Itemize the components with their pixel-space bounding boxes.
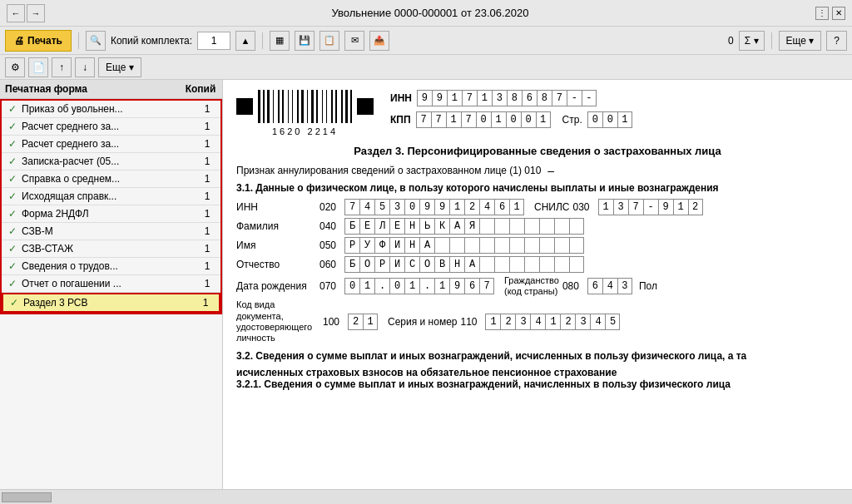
email-icon-button[interactable]: ✉ [344, 31, 364, 51]
family-code: 040 [320, 220, 344, 232]
panel-header: Печатная форма Копий [0, 80, 222, 99]
save2-icon-button[interactable]: 📋 [320, 31, 339, 51]
scrollbar-thumb[interactable] [2, 492, 52, 502]
copies-up-button[interactable]: ▲ [235, 31, 255, 51]
list-item[interactable]: ✓Сведения о трудов...1 [2, 258, 220, 275]
snils-cells: 137-912 [598, 199, 703, 215]
char-cell: А [449, 218, 464, 235]
checkbox-icon: ✓ [7, 260, 18, 272]
serial-label: Серия и номер [388, 316, 457, 328]
char-cell: 1 [598, 199, 613, 215]
dob-code: 070 [320, 280, 344, 292]
barcode-line [345, 90, 348, 123]
list-item[interactable]: ✓Расчет среднего за...1 [2, 136, 220, 153]
barcode-line [267, 90, 270, 123]
forward-button[interactable]: → [27, 4, 45, 22]
barcode-line [324, 90, 325, 123]
char-cell: Б [344, 256, 359, 273]
char-cell: 1 [359, 278, 374, 294]
inn-field-cells: 745309912461 [344, 199, 524, 215]
ftp-icon-button[interactable]: 📤 [369, 31, 389, 51]
barcode-line [297, 90, 299, 123]
citizen-label: Гражданство(код страны) [504, 275, 559, 297]
list-item[interactable]: ✓СЗВ-СТАЖ1 [2, 240, 220, 258]
more-button[interactable]: ⋮ [815, 7, 829, 20]
copy-icon-button[interactable]: 📄 [28, 57, 48, 77]
list-item[interactable]: ✓Форма 2НДФЛ1 [2, 205, 220, 223]
list-item[interactable]: ✓Исходящая справк...1 [2, 188, 220, 205]
barcode-line [341, 90, 343, 123]
list-item[interactable]: ✓Справка о среднем...1 [2, 170, 220, 188]
down-icon-button[interactable]: ↓ [75, 57, 95, 77]
checkbox-icon: ✓ [7, 243, 18, 254]
char-cell: 3 [575, 314, 590, 330]
separator3 [771, 32, 772, 49]
snils-label: СНИЛС [534, 201, 570, 213]
close-button[interactable]: ✕ [832, 7, 845, 20]
back-button[interactable]: ← [7, 4, 25, 22]
left-panel: Печатная форма Копий ✓Приказ об увольнен… [0, 80, 223, 489]
char-cell: 9 [658, 199, 673, 215]
horizontal-scrollbar[interactable] [0, 489, 852, 504]
help-button[interactable]: ? [826, 31, 847, 51]
inn-label: ИНН [390, 92, 412, 104]
form-copy-count: 1 [199, 103, 215, 115]
kpp-cells: 771701001 [416, 111, 551, 128]
barcode-line [316, 90, 318, 123]
list-item[interactable]: ✓Раздел 3 РСВ1 [2, 293, 220, 313]
char-cell [449, 237, 464, 254]
list-item[interactable]: ✓СЗВ-М1 [2, 223, 220, 240]
char-cell: 1 [447, 90, 462, 106]
list-item[interactable]: ✓Отчет о погашении ...1 [2, 275, 220, 293]
more2-dropdown-button[interactable]: Еще ▾ [98, 57, 141, 77]
char-cell: В [434, 256, 449, 273]
settings-icon-button[interactable]: ⚙ [5, 57, 25, 77]
checkbox-icon: ✓ [7, 156, 18, 167]
form-label: Справка о среднем... [22, 173, 196, 185]
form-copy-count: 1 [199, 225, 215, 237]
checkbox-icon: ✓ [7, 208, 18, 220]
char-cell [524, 237, 539, 254]
char-cell: 1 [617, 111, 632, 128]
doc-code: 100 [323, 316, 348, 328]
char-cell: Р [374, 256, 389, 273]
barcode-line [326, 90, 327, 123]
char-cell [434, 237, 449, 254]
more-dropdown-button[interactable]: Еще ▾ [779, 31, 822, 51]
preview-icon-button[interactable]: 🔍 [86, 31, 106, 51]
char-cell: 2 [560, 314, 575, 330]
form-copy-count: 1 [197, 297, 214, 309]
char-cell: Е [389, 218, 404, 235]
char-cell [479, 256, 494, 273]
char-cell: - [643, 199, 658, 215]
char-cell: К [434, 218, 449, 235]
zero-value: 0 [728, 35, 734, 47]
barcode-line [344, 90, 344, 123]
char-cell: У [359, 237, 374, 254]
save-icon-button[interactable]: 💾 [295, 31, 315, 51]
barcode-line [270, 90, 272, 123]
up-icon-button[interactable]: ↑ [52, 57, 72, 77]
char-cell [509, 256, 524, 273]
copies-input[interactable] [197, 32, 230, 50]
list-item[interactable]: ✓Записка-расчет (05...1 [2, 153, 220, 170]
sum-button[interactable]: Σ ▾ [739, 31, 765, 51]
form-label: Отчет о погашении ... [22, 278, 196, 289]
subsection-32-title: 3.2. Сведения о сумме выплат и иных возн… [236, 350, 839, 362]
barcode-line [334, 90, 334, 123]
table-icon-button[interactable]: ▦ [270, 31, 290, 51]
form-copy-count: 1 [199, 121, 215, 132]
char-cell: 1 [485, 314, 500, 330]
family-label: Фамилия [236, 220, 320, 232]
barcode-line [309, 90, 310, 123]
list-item[interactable]: ✓Приказ об увольнен...1 [2, 101, 220, 118]
char-cell [494, 256, 509, 273]
checkbox-icon: ✓ [7, 225, 18, 237]
nav-buttons: ← → [7, 4, 45, 22]
barcode-lines [258, 90, 352, 123]
section-3-title: Раздел 3. Персонифицированные сведения о… [236, 145, 839, 157]
char-cell: 1 [673, 199, 688, 215]
list-item[interactable]: ✓Расчет среднего за...1 [2, 118, 220, 136]
patron-row: Отчество 060 БОРИСОВНА [236, 256, 839, 273]
print-button[interactable]: 🖨 Печать [5, 30, 72, 52]
